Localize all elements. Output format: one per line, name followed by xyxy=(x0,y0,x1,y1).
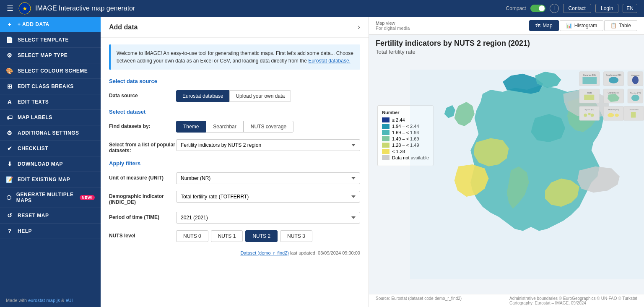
apply-filters-title: Apply filters xyxy=(109,160,360,167)
content-title: Add data xyxy=(109,23,138,31)
svg-text:Guyane (FR): Guyane (FR) xyxy=(608,92,620,94)
sidebar-item-select-map-type[interactable]: ⚙ SELECT MAP TYPE xyxy=(0,48,101,63)
select-data-source-title: Select data source xyxy=(109,78,360,84)
cartography-text: Cartography: Eurostat – IMAGE, 09/2024 xyxy=(509,301,637,305)
sidebar-item-reset-map[interactable]: ↺ RESET MAP xyxy=(0,208,101,224)
boundaries-text: Administrative boundaries © EuroGeograph… xyxy=(509,296,637,301)
download-icon: ⬇ xyxy=(6,161,13,167)
nuts-0-button[interactable]: NUTS 0 xyxy=(176,230,208,242)
map-type-icon: ⚙ xyxy=(6,52,13,59)
language-button[interactable]: EN xyxy=(623,4,637,13)
upload-own-button[interactable]: Upload your own data xyxy=(229,90,291,102)
contact-button[interactable]: Contact xyxy=(563,4,591,13)
eu-logo: ★ xyxy=(18,2,31,15)
legend-color-4 xyxy=(382,136,390,141)
add-icon: + xyxy=(6,21,13,28)
sidebar-item-generate-multiple-maps[interactable]: ⬡ GENERATE MULTIPLE MAPS NEW! xyxy=(0,187,101,208)
legend-color-2 xyxy=(382,124,390,129)
map-tab-icon: 🗺 xyxy=(535,23,540,29)
table-tab-label: Table xyxy=(619,23,631,29)
legend-label-1: ≥ 2.44 xyxy=(392,117,405,122)
sidebar-item-additional-settings[interactable]: ⚙ ADDITIONAL SETTINGS xyxy=(0,125,101,141)
unit-label: Unit of measure (UNIT) xyxy=(109,172,176,181)
select-dataset-title: Select dataset xyxy=(109,109,360,115)
sidebar-item-select-colour-scheme[interactable]: 🎨 SELECT COLOUR SCHEME xyxy=(0,63,101,79)
table-tab-icon: 📋 xyxy=(610,23,617,29)
map-wrapper: Fertility indicators by NUTS 2 region (2… xyxy=(369,35,644,307)
eurostat-db-button[interactable]: Eurostat database xyxy=(176,90,229,102)
sidebar-item-select-template[interactable]: 📄 SELECT TEMPLATE xyxy=(0,32,101,48)
tab-nuts-coverage[interactable]: NUTS coverage xyxy=(244,121,293,133)
close-panel-button[interactable]: › xyxy=(358,23,360,31)
sidebar-label-download-map: DOWNLOAD MAP xyxy=(18,161,63,167)
period-dropdown[interactable]: 2021 (2021) xyxy=(176,212,360,224)
svg-text:Canarias (ES): Canarias (ES) xyxy=(583,74,596,76)
table-tab[interactable]: 📋 Table xyxy=(604,20,637,31)
sidebar-item-edit-existing-map[interactable]: 📝 EDIT EXISTING MAP xyxy=(0,172,101,187)
demographic-label: Demographic indicator (INDIC_DE) xyxy=(109,191,176,205)
data-source-toggle: Eurostat database Upload your own data xyxy=(176,90,291,102)
svg-point-27 xyxy=(608,113,614,117)
histogram-tab[interactable]: 📊 Histogram xyxy=(560,20,604,31)
svg-point-24 xyxy=(591,114,594,117)
data-source-label: Data source xyxy=(109,90,176,99)
sidebar-label-generate-multiple-maps: GENERATE MULTIPLE MAPS xyxy=(16,192,77,203)
app-title: IMAGE Interactive map generator xyxy=(35,5,506,12)
map-tab[interactable]: 🗺 Map xyxy=(529,20,558,31)
europe-map-svg: Canarias (ES) Guadeloupe (FR) Martinique… xyxy=(410,55,644,294)
copyright-text: Administrative boundaries © EuroGeograph… xyxy=(509,296,637,305)
help-icon: ? xyxy=(6,228,13,234)
sidebar-label-edit-class-breaks: EDIT CLASS BREAKS xyxy=(18,83,74,89)
eurostat-link[interactable]: Eurostat database. xyxy=(308,58,351,64)
svg-rect-14 xyxy=(584,95,595,100)
legend-color-7 xyxy=(382,155,390,160)
legend-color-1 xyxy=(382,117,390,122)
nuts-row: NUTS level NUTS 0 NUTS 1 NUTS 2 NUTS 3 xyxy=(109,230,360,242)
sidebar-item-checklist[interactable]: ✔ CHECKLIST xyxy=(0,141,101,156)
sidebar-label-reset-map: RESET MAP xyxy=(18,213,49,219)
map-view-info: Map view For digital media xyxy=(376,21,410,31)
footer-link-eurostat[interactable]: eurostat-map.js xyxy=(28,298,60,303)
tab-searchbar[interactable]: Searchbar xyxy=(206,121,243,133)
sidebar-item-map-labels[interactable]: 🏷 MAP LABELS xyxy=(0,110,101,125)
for-digital-media-label: For digital media xyxy=(376,26,410,31)
generate-maps-icon: ⬡ xyxy=(6,194,12,201)
new-badge: NEW! xyxy=(80,195,95,200)
dataset-updated: last updated: 03/09/2024 09:00:00 xyxy=(290,250,360,255)
source-text: Source: Eurostat (dataset code demo_r_fi… xyxy=(376,296,462,305)
svg-text:Liechtenstein: Liechtenstein xyxy=(629,109,639,111)
demographic-row: Demographic indicator (INDIC_DE) Total f… xyxy=(109,191,360,205)
svg-text:Malta: Malta xyxy=(587,92,592,94)
template-icon: 📄 xyxy=(6,36,13,43)
sidebar-item-help[interactable]: ? HELP xyxy=(0,224,101,239)
tab-theme[interactable]: Theme xyxy=(176,121,206,133)
content-header: Add data › xyxy=(101,17,369,38)
unit-dropdown[interactable]: Number (NR) xyxy=(176,172,360,184)
compact-toggle[interactable] xyxy=(530,5,545,12)
map-title-area: Fertility indicators by NUTS 2 region (2… xyxy=(369,35,644,55)
sidebar-label-checklist: CHECKLIST xyxy=(18,146,48,151)
dataset-link[interactable]: Dataset (demo_r_find2) xyxy=(240,250,289,255)
svg-point-19 xyxy=(631,95,639,101)
sidebar-item-edit-texts[interactable]: A EDIT TEXTS xyxy=(0,94,101,110)
sidebar-item-download-map[interactable]: ⬇ DOWNLOAD MAP xyxy=(0,156,101,172)
demographic-dropdown[interactable]: Total fertility rate (TOTFERRT) xyxy=(176,191,360,203)
dataset-select-row: Select from a list of popular datasets: … xyxy=(109,139,360,154)
app-header: ☰ ★ IMAGE Interactive map generator Comp… xyxy=(0,0,644,17)
sidebar-item-edit-class-breaks[interactable]: ⊞ EDIT CLASS BREAKS xyxy=(0,79,101,94)
nuts-1-button[interactable]: NUTS 1 xyxy=(211,230,243,242)
legend-color-6 xyxy=(382,149,390,154)
find-datasets-row: Find datasets by: Theme Searchbar NUTS c… xyxy=(109,121,360,133)
dataset-dropdown[interactable]: Fertility indicators by NUTS 2 region xyxy=(176,139,360,151)
checklist-icon: ✔ xyxy=(6,145,13,152)
svg-point-23 xyxy=(588,113,591,115)
nuts-buttons: NUTS 0 NUTS 1 NUTS 2 NUTS 3 xyxy=(176,230,312,242)
info-button[interactable]: i xyxy=(550,4,559,13)
menu-icon[interactable]: ☰ xyxy=(7,4,13,13)
nuts-3-button[interactable]: NUTS 3 xyxy=(280,230,312,242)
footer-link-eui[interactable]: eUI xyxy=(65,298,73,303)
login-button[interactable]: Login xyxy=(595,4,618,13)
nuts-2-button[interactable]: NUTS 2 xyxy=(245,230,278,242)
add-data-button[interactable]: + + ADD DATA xyxy=(0,17,101,32)
map-tab-label: Map xyxy=(543,23,552,29)
